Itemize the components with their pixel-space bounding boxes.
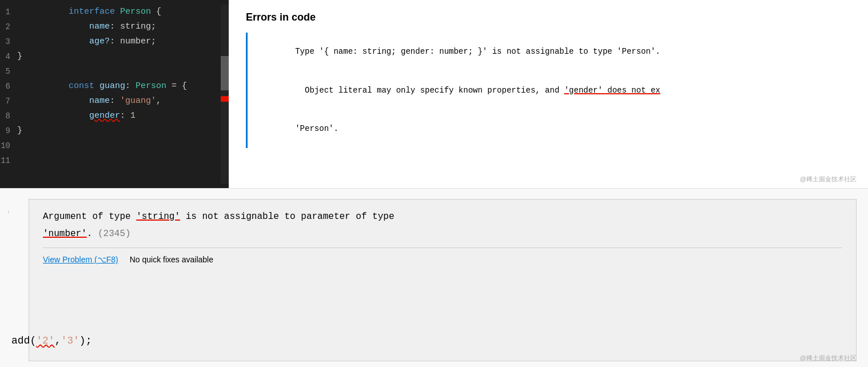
line-number-10: 10 [0,138,17,153]
code-line-10: 10 [0,138,229,153]
no-fixes-text: No quick fixes available [130,255,213,264]
tooltip-string-type: 'string' [136,212,180,222]
line-number-7: 7 [0,94,17,109]
close-paren: ); [79,335,92,346]
view-problem-link[interactable]: View Problem (⌥F8) [43,255,118,264]
line-number-9: 9 [0,123,17,138]
tooltip-actions: View Problem (⌥F8) No quick fixes availa… [43,255,842,264]
comma-sep: , [55,335,61,346]
arg1: '2' [36,335,54,346]
code-line-4: 4 } [0,49,229,64]
bottom-section: ' Argument of type 'string' is not assig… [0,189,868,367]
error-line1-before: Type '{ name: string; gender: number; }'… [295,47,660,56]
add-func: add( [11,335,36,346]
line-number-1: 1 [0,5,17,19]
line-content-9: } [17,123,22,138]
code-line-11: 11 [0,153,229,168]
tooltip-number-type: 'number' [43,229,87,239]
scroll-thumb [221,56,229,90]
scroll-error-marker [221,96,229,102]
error-text-line3: 'Person'. [257,109,851,147]
bottom-watermark: @稀土掘金技术社区 [800,354,857,362]
top-watermark: @稀土掘金技术社区 [800,175,857,184]
bottom-code-line: add('2', '3'); [0,332,91,346]
code-line-3: 3 age?: number; [0,34,229,49]
tooltip-arg-before: Argument of type [43,212,136,222]
line-content-4: } [17,49,22,64]
tooltip-divider [43,248,842,248]
code-line-8: 8 gender: 1 [0,109,229,123]
line-number-8: 8 [0,109,17,123]
scrollbar[interactable] [221,5,229,184]
comma-decoration: ' [6,204,11,214]
errors-title: Errors in code [246,11,851,23]
line-number-4: 4 [0,49,17,64]
tooltip-box: Argument of type 'string' is not assigna… [29,199,857,361]
tooltip-period: . [87,229,98,239]
tooltip-line2: 'number'. (2345) [43,227,842,241]
line-number-2: 2 [0,19,17,34]
tooltip-line1: Argument of type 'string' is not assigna… [43,210,842,224]
line-number-11: 11 [0,153,17,168]
error-line2-text: Object literal may only specify known pr… [295,86,660,95]
error-text-line2: Object literal may only specify known pr… [257,71,851,109]
line-number-3: 3 [0,34,17,49]
tooltip-arg-after: is not assignable to parameter of type [180,212,394,222]
error-line3-text: 'Person'. [295,124,339,133]
line-number-5: 5 [0,64,17,79]
arg2: '3' [61,335,79,346]
code-editor-panel: 1 interface Person { 2 name: string; 3 a… [0,0,229,188]
line-number-6: 6 [0,79,17,94]
error-block-1: Type '{ name: string; gender: number; }'… [246,33,851,148]
errors-panel: Errors in code Type '{ name: string; gen… [229,0,868,188]
tooltip-error-code: (2345) [98,229,131,239]
code-line-9: 9 } [0,123,229,138]
error-text-line1: Type '{ name: string; gender: number; }'… [257,33,851,71]
